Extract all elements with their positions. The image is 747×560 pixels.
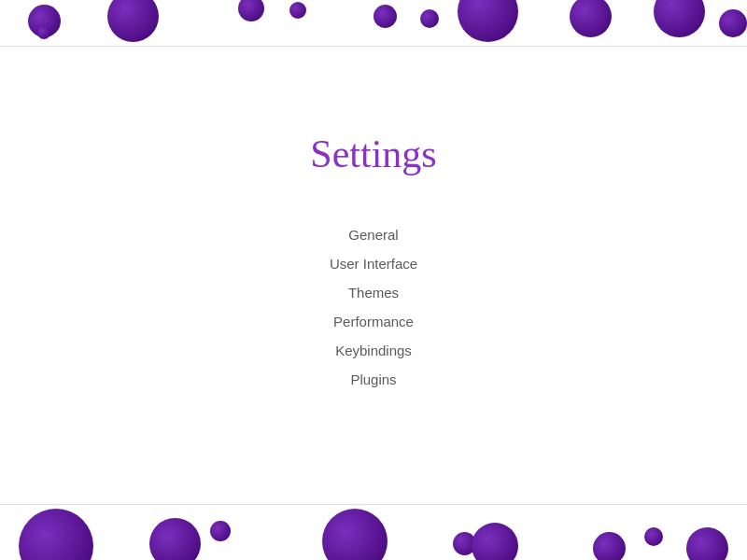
settings-menu: GeneralUser InterfaceThemesPerformanceKe… [318,223,429,391]
circle-top-9 [570,0,612,37]
menu-item-performance[interactable]: Performance [322,310,425,333]
circle-bottom-1 [19,509,93,560]
circle-bottom-3 [210,521,231,541]
menu-item-user-interface[interactable]: User Interface [318,252,429,275]
circle-bottom-9 [686,527,728,560]
circle-top-4 [238,0,264,21]
main-content: Settings GeneralUser InterfaceThemesPerf… [0,47,747,504]
menu-item-general[interactable]: General [337,223,409,246]
circle-bottom-7 [593,532,626,560]
top-decoration [0,0,747,47]
circle-top-6 [374,5,397,28]
circle-top-11 [719,9,747,37]
menu-item-keybindings[interactable]: Keybindings [324,339,423,362]
circle-bottom-8 [644,527,663,546]
circle-top-5 [289,2,306,19]
menu-item-plugins[interactable]: Plugins [339,368,407,391]
bottom-decoration [0,504,747,560]
circle-bottom-6 [472,523,518,560]
circle-top-7 [420,9,439,28]
circle-top-3 [37,26,50,39]
circle-top-1 [107,0,159,42]
page-title: Settings [310,132,436,176]
circle-top-10 [654,0,705,37]
circle-top-8 [458,0,518,42]
circle-bottom-4 [322,509,388,560]
circle-bottom-2 [149,518,201,560]
menu-item-themes[interactable]: Themes [337,281,410,304]
